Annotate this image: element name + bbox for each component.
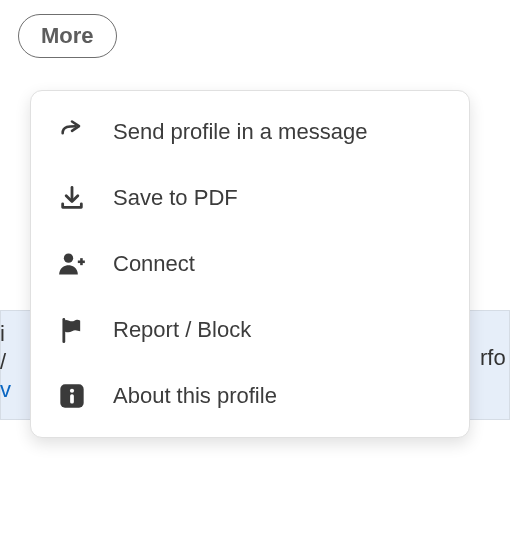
download-icon [57, 183, 87, 213]
menu-item-label: Report / Block [113, 317, 251, 343]
menu-item-save-pdf[interactable]: Save to PDF [31, 165, 469, 231]
menu-item-label: Save to PDF [113, 185, 238, 211]
svg-point-0 [64, 254, 73, 263]
background-text-right-fragment: rfo [480, 345, 510, 371]
menu-item-about-profile[interactable]: About this profile [31, 363, 469, 429]
background-text-left-fragment: i/v [0, 320, 30, 404]
menu-item-connect[interactable]: Connect [31, 231, 469, 297]
svg-rect-5 [70, 394, 74, 403]
more-dropdown-menu: Send profile in a message Save to PDF Co… [30, 90, 470, 438]
menu-item-report-block[interactable]: Report / Block [31, 297, 469, 363]
flag-icon [57, 315, 87, 345]
info-icon [57, 381, 87, 411]
menu-item-label: Send profile in a message [113, 119, 367, 145]
menu-item-send-profile[interactable]: Send profile in a message [31, 99, 469, 165]
menu-item-label: Connect [113, 251, 195, 277]
person-plus-icon [57, 249, 87, 279]
svg-point-4 [70, 389, 74, 393]
more-button-label: More [41, 23, 94, 48]
more-button[interactable]: More [18, 14, 117, 58]
share-arrow-icon [57, 117, 87, 147]
menu-item-label: About this profile [113, 383, 277, 409]
svg-rect-2 [80, 258, 83, 265]
